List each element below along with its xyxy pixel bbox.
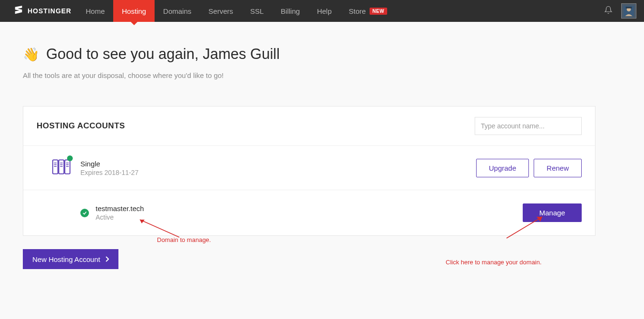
server-icon <box>51 157 72 178</box>
avatar[interactable] <box>621 3 636 19</box>
chevron-right-icon <box>105 255 109 263</box>
account-row: Single Expires 2018-11-27 Upgrade Renew <box>23 146 595 190</box>
domain-info: testmaster.tech Active <box>96 204 523 221</box>
nav-domains[interactable]: Domains <box>155 0 200 22</box>
greeting-subtitle: All the tools are at your disposal, choo… <box>23 71 595 79</box>
nav-store[interactable]: Store NEW <box>340 0 396 22</box>
nav-billing[interactable]: Billing <box>272 0 308 22</box>
account-info: Single Expires 2018-11-27 <box>80 160 476 176</box>
main-container: 👋 Good to see you again, James Guill All… <box>0 22 618 288</box>
nav-help[interactable]: Help <box>308 0 340 22</box>
domain-name: testmaster.tech <box>96 204 523 213</box>
manage-button[interactable]: Manage <box>523 203 582 222</box>
brand-text: HOSTINGER <box>28 7 71 15</box>
panel-title: HOSTING ACCOUNTS <box>37 121 125 131</box>
nav-servers[interactable]: Servers <box>200 0 242 22</box>
nav-ssl[interactable]: SSL <box>242 0 272 22</box>
domain-status: Active <box>96 213 523 221</box>
svg-rect-3 <box>53 160 58 174</box>
bell-icon[interactable] <box>604 6 613 16</box>
hosting-panel: HOSTING ACCOUNTS <box>23 106 595 236</box>
check-icon <box>80 209 89 217</box>
navbar: HOSTINGER Home Hosting Domains Servers S… <box>0 0 644 22</box>
brand-icon <box>13 5 24 17</box>
nav-items: Home Hosting Domains Servers SSL Billing… <box>77 0 396 22</box>
svg-rect-5 <box>65 160 70 174</box>
greeting-text: Good to see you again, James Guill <box>46 46 280 63</box>
account-search-input[interactable] <box>475 117 582 135</box>
new-badge: NEW <box>370 8 387 15</box>
brand-logo[interactable]: HOSTINGER <box>13 5 71 17</box>
nav-hosting[interactable]: Hosting <box>113 0 155 22</box>
annotation-domain: Domain to manage. <box>157 236 211 243</box>
svg-rect-2 <box>626 7 632 8</box>
nav-home[interactable]: Home <box>77 0 113 22</box>
upgrade-button[interactable]: Upgrade <box>476 159 529 177</box>
status-dot-icon <box>67 155 73 161</box>
account-actions: Upgrade Renew <box>476 159 582 177</box>
domain-row: testmaster.tech Active Manage <box>23 190 595 235</box>
renew-button[interactable]: Renew <box>534 159 582 177</box>
new-hosting-account-button[interactable]: New Hosting Account <box>23 249 118 269</box>
nav-right <box>604 3 636 19</box>
account-expires: Expires 2018-11-27 <box>80 169 476 176</box>
panel-header: HOSTING ACCOUNTS <box>23 106 595 146</box>
account-plan: Single <box>80 160 476 168</box>
svg-rect-4 <box>59 160 64 174</box>
annotation-manage: Click here to manage your domain. <box>446 259 542 266</box>
greeting-row: 👋 Good to see you again, James Guill <box>23 46 595 63</box>
new-account-label: New Hosting Account <box>32 255 100 263</box>
wave-icon: 👋 <box>23 47 39 62</box>
